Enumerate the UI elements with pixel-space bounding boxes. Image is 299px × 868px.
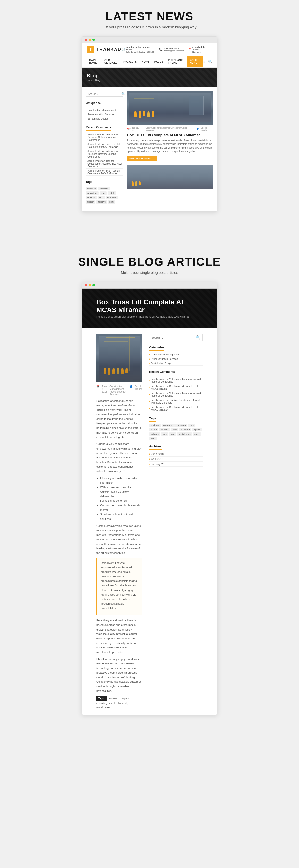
tag-item[interactable]: light [161,432,168,436]
single-article-section-header: SINGLE BLOG ARTICLE Multi layout single … [0,246,299,277]
tag-item[interactable]: business [86,187,97,190]
article-tag[interactable]: consulting [97,702,108,705]
tag-item[interactable]: food [171,428,179,431]
browser-close-dot[interactable] [85,284,87,286]
site-header: T TRANKAD 🕐 Monday - Friday 09:00 - 19:0… [82,43,217,56]
article-tag[interactable]: estate [109,702,117,705]
tag-item[interactable]: consulting [86,191,99,195]
article-date: June 31, 2018 [102,385,107,396]
post-categories[interactable]: Construction Management, Preconstruction… [145,127,194,131]
comment-item[interactable]: Jacob Trader on Veterans in Business Net… [86,149,123,159]
browser-minimize-dot[interactable] [88,38,91,41]
article-tag[interactable]: company [120,697,130,700]
category-item[interactable]: Preconstruction Services [86,113,123,117]
article-categories[interactable]: Construction Management, Preconstruction… [109,385,127,396]
category-item[interactable]: Preconstruction Services [149,357,202,361]
sidebar-search-box[interactable]: 🔍 [86,91,123,97]
tag-item[interactable]: company [98,187,110,190]
archive-item[interactable]: January 2018 [149,462,202,467]
logo-area: T TRANKAD [87,45,121,53]
tag-item[interactable]: company [162,424,174,427]
phone-number: +090 8080 4044 [164,47,184,50]
archive-item[interactable]: June 2018 [149,452,202,457]
category-item[interactable]: Construction Management [149,352,202,357]
comment-item[interactable]: Jacob Trader on Trankad Construction Awa… [86,159,123,169]
article-tags-bar: Tags: business company consulting estate… [97,696,142,709]
read-more-button[interactable]: CONTINUE READING → [127,156,157,161]
tag-item[interactable]: hipster [192,428,202,431]
comment-item[interactable]: Jacob Trader on Veterans in Business Net… [149,391,202,398]
category-item[interactable]: Sustainable Design [149,361,202,366]
tag-item[interactable]: food [98,196,105,199]
tag-item[interactable]: business [149,424,161,427]
tag-item[interactable]: hardware [106,196,118,199]
tag-item[interactable]: estate [108,191,116,195]
browser-maximize-dot[interactable] [92,284,95,286]
nav-purchase[interactable]: PURCHASE THEME [166,56,187,67]
post-title[interactable]: Box Truss Lift Complete at MCAS Miramar [127,133,213,137]
tag-item[interactable]: consulting [174,424,187,427]
blockquote-text: Objectively innovate empowered manufactu… [101,561,139,611]
post-meta: 📅 June 31, 2018 Construction Management,… [127,127,213,131]
category-item[interactable]: Sustainable Design [86,117,123,121]
single-article-title: SINGLE BLOG ARTICLE [5,255,294,269]
arrow-right-icon: → [153,157,155,159]
blog-post-card: 📅 June 31, 2018 Construction Management,… [127,91,213,161]
article-tag[interactable]: modeltheme [97,706,110,709]
search-nav-icon[interactable]: 🔍 [208,60,212,63]
tag-item[interactable]: holidays [96,200,107,204]
calendar-icon: 📅 [127,128,130,130]
article-sidebar-search-input[interactable] [152,336,196,339]
article-breadcrumb: Home / Construction Management / Box Tru… [97,315,202,318]
tag-item[interactable]: hardware [179,428,191,431]
comment-item[interactable]: Jacob Trader on Box Truss Lift Complete … [86,142,123,149]
comment-item[interactable]: Jacob Trader on Veterans in Business Net… [149,377,202,384]
nav-services[interactable]: OUR SERVICES [102,56,120,67]
archive-item[interactable]: April 2018 [149,457,202,462]
nav-yolie[interactable]: YOLIE MENU [187,56,203,67]
tag-item[interactable]: financial [159,428,170,431]
article-paragraph-2: Collaboratively administrate empowered m… [97,442,142,473]
tag-item[interactable]: place [193,432,201,436]
nav-news[interactable]: NEWS [139,57,152,66]
article-body: Podcasting operational change management… [97,399,142,709]
comment-item[interactable]: Jacob Trader on Trankad Construction Awa… [149,398,202,405]
sidebar-recent-comments: Recent Comments Jacob Trader on Veterans… [86,125,123,176]
browser-close-dot[interactable] [85,38,87,41]
archive-list: June 2018 April 2018 January 2018 [149,452,202,467]
comment-item[interactable]: Jacob Trader on Box Truss Lift Complete … [149,405,202,412]
tag-item[interactable]: mac [169,432,176,436]
article-tag[interactable]: financial [118,702,128,705]
tag-item[interactable]: holidays [149,432,160,436]
nav-projects[interactable]: PROJECTS [120,57,139,66]
category-item[interactable]: Construction Management [86,108,123,113]
section-divider [0,231,299,241]
nav-pages[interactable]: PAGES [152,57,166,66]
tag-item[interactable]: dark [100,191,107,195]
menu-icon[interactable]: ≡ [203,60,205,63]
comment-item[interactable]: Jacob Trader on Box Truss Lift Complete … [86,169,123,176]
comment-item[interactable]: Jacob Trader on Box Truss Lift Complete … [149,384,202,391]
nav-main-home[interactable]: MAIN HOME [87,56,102,67]
tag-item[interactable]: estate [149,428,158,431]
browser-minimize-dot[interactable] [88,284,91,286]
tags-label: Tags: [97,696,107,701]
tag-item[interactable]: light [108,200,115,204]
tag-item[interactable]: retro [149,437,157,440]
article-tag[interactable]: business [108,697,118,700]
article-sidebar-search[interactable]: 🔍 [149,334,202,341]
sidebar-search-icon[interactable]: 🔍 [121,92,125,95]
blog-hero-title: Blog [87,73,100,79]
sidebar-search-input[interactable] [88,92,121,95]
browser-maximize-dot[interactable] [92,38,95,41]
tag-item[interactable]: financial [86,196,97,199]
list-item: Efficiently unleash cross-media informat… [100,476,142,485]
article-hero: Box Truss Lift Complete At MCAS Miramar … [82,289,217,328]
comment-item[interactable]: Jacob Trader on Veterans in Business Net… [86,132,123,142]
blog-sidebar: 🔍 Categories Construction Management Pre… [86,91,127,208]
tag-item[interactable]: modeltheme [177,432,192,436]
tag-item[interactable]: hipster [86,200,95,204]
tag-item[interactable]: dark [188,424,196,427]
article-recent-comments-list: Jacob Trader on Veterans in Business Net… [149,377,202,412]
sidebar-search-icon[interactable]: 🔍 [196,335,200,340]
